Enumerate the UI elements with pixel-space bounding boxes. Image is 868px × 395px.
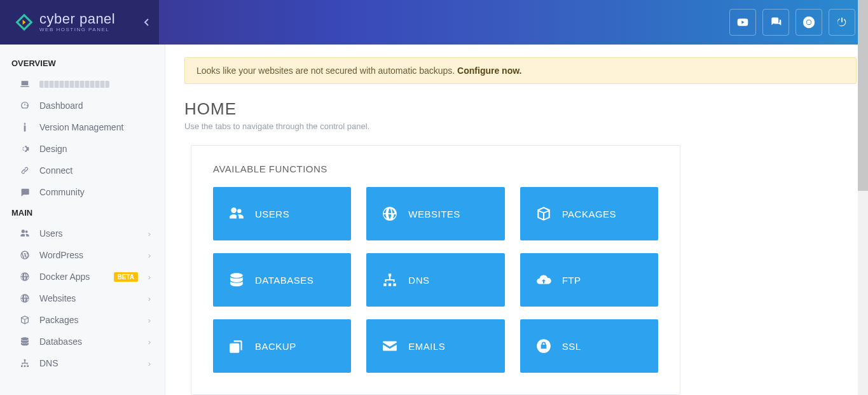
sidebar-item-packages[interactable]: Packages›	[0, 309, 165, 331]
cloud-icon	[535, 272, 552, 288]
tile-label: FTP	[562, 275, 581, 286]
sidebar-item-label: Dashboard	[39, 100, 83, 111]
tiles-grid: USERSWEBSITESPACKAGESDATABASESDNSFTPBACK…	[213, 187, 658, 373]
sidebar-section-main: MAIN	[0, 203, 165, 223]
sidebar-item-label: Connect	[39, 165, 72, 176]
chevron-left-icon	[143, 18, 149, 27]
card-title: AVAILABLE FUNCTIONS	[213, 163, 658, 174]
sitemap-icon	[19, 358, 31, 368]
support-icon	[803, 16, 815, 29]
scrollbar-thumb[interactable]	[858, 0, 868, 191]
power-icon	[836, 16, 848, 29]
sidebar-item-label: Version Management	[39, 122, 123, 132]
alert-cta[interactable]: Configure now.	[457, 66, 521, 76]
tile-ftp[interactable]: FTP	[520, 253, 658, 307]
package-icon	[535, 205, 552, 222]
sidebar-item-label: Websites	[39, 293, 76, 303]
tile-packages[interactable]: PACKAGES	[520, 187, 658, 240]
chevron-right-icon: ›	[148, 229, 151, 239]
sidebar: OVERVIEWDashboardVersion ManagementDesig…	[0, 45, 165, 395]
chevron-right-icon: ›	[148, 337, 151, 347]
alert-text: Looks like your websites are not secured…	[196, 66, 457, 76]
gear-icon	[19, 144, 31, 154]
header-left: cyber panel WEB HOSTING PANEL	[0, 12, 165, 32]
beta-badge: BETA	[114, 272, 138, 282]
sidebar-item-websites[interactable]: Websites›	[0, 288, 165, 309]
chevron-right-icon: ›	[148, 315, 151, 325]
sidebar-item-users[interactable]: Users›	[0, 223, 165, 244]
youtube-icon	[736, 16, 749, 29]
chevron-right-icon: ›	[148, 294, 151, 303]
laptop-icon	[19, 79, 31, 89]
sidebar-collapse-button[interactable]	[139, 15, 154, 30]
chevron-right-icon: ›	[148, 251, 151, 260]
tile-label: BACKUP	[255, 341, 296, 352]
tile-label: EMAILS	[408, 341, 445, 352]
sidebar-item-connect[interactable]: Connect	[0, 160, 165, 181]
header-actions	[729, 9, 868, 36]
database-icon	[228, 272, 245, 288]
tile-dns[interactable]: DNS	[366, 253, 504, 307]
sidebar-item-design[interactable]: Design	[0, 138, 165, 160]
sidebar-item-label: Community	[39, 187, 85, 197]
youtube-button[interactable]	[729, 9, 756, 36]
sidebar-item-wordpress[interactable]: WordPress›	[0, 244, 165, 266]
database-icon	[19, 336, 31, 347]
main: Looks like your websites are not secured…	[165, 45, 857, 395]
sidebar-item-label: DNS	[39, 358, 59, 368]
sidebar-item-ip[interactable]	[0, 73, 165, 95]
logo-text: cyber panel WEB HOSTING PANEL	[39, 12, 115, 32]
sidebar-item-label: Databases	[39, 336, 82, 347]
sidebar-item-label: Packages	[39, 315, 78, 325]
wordpress-icon	[19, 250, 31, 260]
tile-label: USERS	[255, 209, 289, 219]
lock-icon	[535, 338, 552, 354]
dashboard-icon	[19, 100, 31, 111]
sidebar-item-docker[interactable]: Docker AppsBETA›	[0, 266, 165, 288]
sidebar-item-label: WordPress	[39, 250, 83, 260]
envelope-icon	[382, 338, 398, 354]
sidebar-item-community[interactable]: Community	[0, 181, 165, 203]
chat-button[interactable]	[762, 9, 789, 36]
tile-label: PACKAGES	[562, 209, 616, 219]
sidebar-item-label: Docker Apps	[39, 272, 90, 282]
chevron-right-icon: ›	[148, 272, 151, 282]
tile-databases[interactable]: DATABASES	[213, 253, 351, 307]
page-title: HOME	[184, 99, 857, 119]
brand-subtitle: WEB HOSTING PANEL	[39, 27, 115, 32]
sidebar-item-dashboard[interactable]: Dashboard	[0, 95, 165, 116]
globe-icon	[19, 272, 31, 282]
tile-label: DATABASES	[255, 275, 313, 286]
tile-label: SSL	[562, 341, 581, 352]
globe-icon	[382, 205, 398, 222]
server-ip-obscured	[39, 81, 109, 88]
power-button[interactable]	[829, 9, 855, 36]
tile-ssl[interactable]: SSL	[520, 319, 658, 373]
sidebar-item-label: Users	[39, 228, 63, 239]
copy-icon	[228, 338, 245, 354]
logo[interactable]: cyber panel WEB HOSTING PANEL	[14, 12, 115, 32]
tile-backup[interactable]: BACKUP	[213, 319, 351, 373]
sidebar-item-databases[interactable]: Databases›	[0, 331, 165, 352]
link-icon	[19, 165, 31, 176]
tile-label: DNS	[408, 275, 429, 286]
header: cyber panel WEB HOSTING PANEL	[0, 0, 868, 45]
support-button[interactable]	[796, 9, 822, 36]
brand-title: cyber panel	[39, 12, 115, 26]
globe-icon	[19, 293, 31, 303]
users-icon	[19, 228, 31, 239]
tile-label: WEBSITES	[408, 209, 460, 219]
comment-icon	[19, 187, 31, 197]
tile-emails[interactable]: EMAILS	[366, 319, 504, 373]
chat-icon	[769, 16, 782, 29]
backup-alert: Looks like your websites are not secured…	[184, 57, 857, 84]
tile-users[interactable]: USERS	[213, 187, 351, 240]
logo-icon	[14, 12, 34, 32]
info-icon	[19, 122, 31, 132]
package-icon	[19, 315, 31, 325]
tile-websites[interactable]: WEBSITES	[366, 187, 504, 240]
chevron-right-icon: ›	[148, 359, 151, 368]
sidebar-item-dns[interactable]: DNS›	[0, 352, 165, 374]
sidebar-item-version[interactable]: Version Management	[0, 116, 165, 138]
page-subtitle: Use the tabs to navigate through the con…	[184, 121, 857, 131]
